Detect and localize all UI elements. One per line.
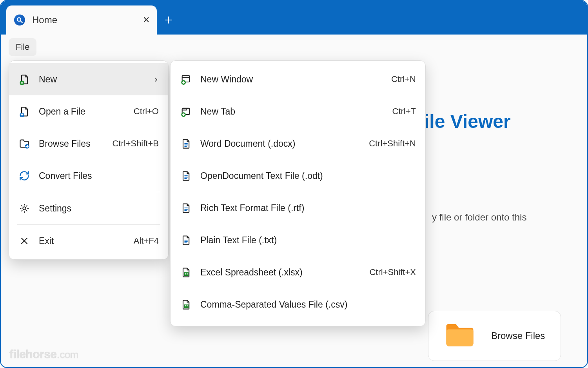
svg-point-7 (23, 207, 25, 210)
submenu-item-xlsx[interactable]: Excel Spreadsheet (.xlsx) Ctrl+Shift+X (171, 256, 425, 288)
menu-item-exit[interactable]: Exit Alt+F4 (9, 225, 168, 257)
document-file-icon (179, 233, 192, 247)
submenu-item-accel: Ctrl+N (391, 74, 416, 84)
menu-item-accel: Ctrl+O (134, 106, 159, 117)
chevron-right-icon (153, 74, 159, 85)
tab-title: Home (32, 15, 57, 26)
new-tab-button[interactable] (157, 5, 180, 35)
menu-item-accel: Ctrl+Shift+B (112, 138, 159, 149)
menu-item-accel: Alt+F4 (134, 236, 159, 246)
submenu-item-accel: Ctrl+T (392, 106, 416, 117)
gear-icon (18, 202, 31, 215)
menu-item-convert-files[interactable]: Convert Files (9, 160, 168, 192)
menu-item-label: Convert Files (39, 171, 159, 181)
spreadsheet-file-icon (179, 266, 192, 279)
submenu-item-label: New Window (200, 74, 391, 85)
submenu-item-label: OpenDocument Text File (.odt) (200, 171, 416, 181)
submenu-item-label: Plain Text File (.txt) (200, 235, 416, 246)
menu-item-browse-files[interactable]: Browse Files Ctrl+Shift+B (9, 128, 168, 160)
menubar: File (1, 35, 587, 60)
document-file-icon (179, 201, 192, 215)
menu-item-label: Open a File (39, 106, 134, 117)
folder-icon (444, 322, 475, 350)
submenu-item-label: Word Document (.docx) (200, 138, 369, 149)
browse-files-label: Browse Files (491, 330, 545, 341)
tab-close-button[interactable]: ✕ (143, 15, 150, 25)
svg-line-1 (20, 21, 22, 23)
new-document-icon (18, 73, 31, 86)
submenu-item-new-window[interactable]: New Window Ctrl+N (171, 63, 425, 95)
hero-subtitle-fragment: y file or folder onto this (432, 212, 526, 223)
browse-folder-icon (18, 137, 31, 150)
window-plus-icon (179, 73, 192, 86)
titlebar: Home ✕ (1, 1, 587, 35)
app-magnifier-icon (14, 15, 25, 26)
submenu-item-new-tab[interactable]: New Tab Ctrl+T (171, 95, 425, 128)
document-file-icon (179, 169, 192, 182)
close-x-icon (18, 234, 31, 248)
submenu-item-label: Comma-Separated Values File (.csv) (200, 299, 416, 310)
menu-item-label: Browse Files (39, 138, 112, 149)
menu-item-label: Settings (39, 203, 159, 214)
menu-item-settings[interactable]: Settings (9, 192, 168, 224)
submenu-item-rtf[interactable]: Rich Text Format File (.rtf) (171, 192, 425, 224)
submenu-item-label: Excel Spreadsheet (.xlsx) (200, 267, 369, 278)
watermark: filehorse.com (9, 348, 78, 361)
menu-item-label: New (39, 74, 150, 85)
submenu-item-accel: Ctrl+Shift+N (369, 138, 416, 149)
submenu-item-csv[interactable]: Comma-Separated Values File (.csv) (171, 288, 425, 321)
document-file-icon (179, 137, 192, 150)
convert-icon (18, 169, 31, 182)
menu-file-button[interactable]: File (9, 38, 36, 56)
menu-item-label: Exit (39, 236, 134, 246)
open-file-icon (18, 105, 31, 118)
menu-item-open-file[interactable]: Open a File Ctrl+O (9, 95, 168, 128)
submenu-item-txt[interactable]: Plain Text File (.txt) (171, 224, 425, 256)
submenu-item-accel: Ctrl+Shift+X (369, 267, 416, 277)
file-menu: New Open a File Ctrl+O Browse Files Ctrl… (9, 60, 169, 260)
submenu-item-label: Rich Text Format File (.rtf) (200, 203, 416, 213)
submenu-item-label: New Tab (200, 106, 392, 117)
tab-plus-icon (179, 105, 192, 118)
browse-files-card[interactable]: Browse Files (428, 311, 561, 361)
new-submenu: New Window Ctrl+N New Tab Ctrl+T Word Do… (170, 60, 426, 326)
submenu-item-odt[interactable]: OpenDocument Text File (.odt) (171, 160, 425, 192)
tab-home[interactable]: Home ✕ (6, 5, 157, 35)
menu-item-new[interactable]: New (9, 63, 168, 95)
hero-title-fragment: ile Viewer (424, 111, 511, 132)
spreadsheet-file-icon (179, 298, 192, 311)
submenu-item-docx[interactable]: Word Document (.docx) Ctrl+Shift+N (171, 128, 425, 160)
